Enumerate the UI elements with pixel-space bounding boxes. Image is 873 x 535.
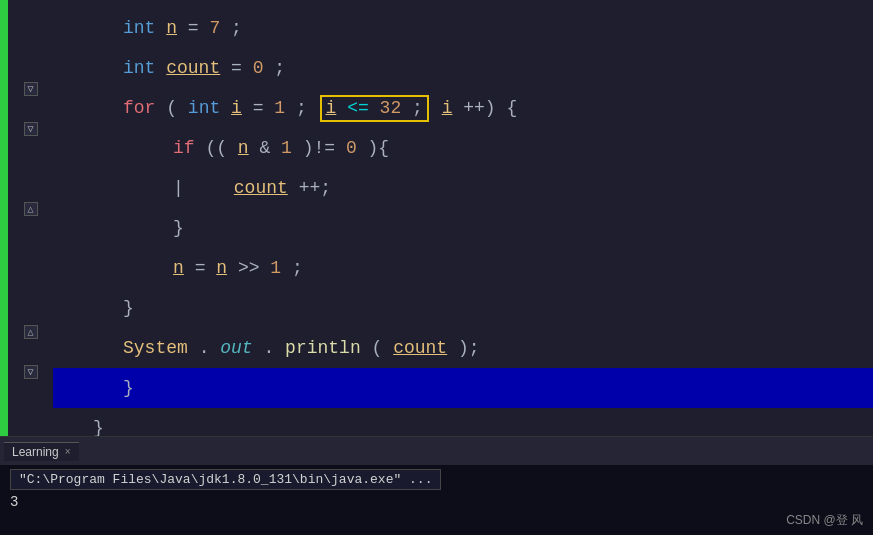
var-count3: count <box>393 338 447 358</box>
fold-icon-3[interactable]: △ <box>24 202 38 216</box>
terminal-footer: CSDN @登 风 <box>786 512 863 529</box>
num-1: 1 <box>274 98 285 118</box>
line-close-class: } <box>73 408 853 436</box>
condition-highlight: i <= 32 ; <box>320 95 429 122</box>
field-out: out <box>220 338 252 358</box>
fold-icon-5[interactable]: ▽ <box>24 365 38 379</box>
num-1c: 1 <box>270 258 281 278</box>
line-for: for ( int i = 1 ; i <= 32 ; i ++) <box>73 88 853 128</box>
var-n3: n <box>173 258 184 278</box>
line-close-method: } <box>53 368 873 408</box>
num-32: 32 <box>380 98 402 118</box>
terminal-area: Learning × "C:\Program Files\Java\jdk1.8… <box>0 436 873 535</box>
num-7: 7 <box>209 18 220 38</box>
gutter-bar <box>0 0 8 436</box>
var-count: count <box>166 58 220 78</box>
fold-icon-1[interactable]: ▽ <box>24 82 38 96</box>
keyword-if: if <box>173 138 195 158</box>
semicolon: ; <box>412 98 423 118</box>
line-n-shift: n = n >> 1 ; <box>73 248 853 288</box>
var-count2: count <box>234 178 288 198</box>
keyword-int2: int <box>123 58 155 78</box>
keyword-for: for <box>123 98 155 118</box>
var-n: n <box>166 18 177 38</box>
fold-icon-2[interactable]: ▽ <box>24 122 38 136</box>
line-if: if (( n & 1 )!= 0 ){ <box>73 128 853 168</box>
method-println: println <box>285 338 361 358</box>
line-system-out: System . out . println ( count ); <box>73 328 853 368</box>
var-i: i <box>231 98 242 118</box>
line-close-for: } <box>73 288 853 328</box>
fold-gutter: ▽ ▽ △ △ ▽ <box>8 0 53 436</box>
keyword-int3: int <box>188 98 220 118</box>
var-n4: n <box>216 258 227 278</box>
terminal-command: "C:\Program Files\Java\jdk1.8.0_131\bin\… <box>10 469 441 490</box>
terminal-output: 3 <box>10 494 863 510</box>
editor-container: ▽ ▽ △ △ ▽ int n = 7 ; in <box>0 0 873 535</box>
code-area: ▽ ▽ △ △ ▽ int n = 7 ; in <box>0 0 873 436</box>
num-0b: 0 <box>346 138 357 158</box>
terminal-tabs: Learning × <box>0 437 873 465</box>
line-close-if: } <box>73 208 853 248</box>
terminal-body: "C:\Program Files\Java\jdk1.8.0_131\bin\… <box>0 465 873 535</box>
var-n2: n <box>238 138 249 158</box>
keyword-int: int <box>123 18 155 38</box>
code-content: int n = 7 ; int count = 0 ; <box>53 0 873 436</box>
terminal-tab-learning[interactable]: Learning × <box>4 442 79 461</box>
line-count-pp: | count ++; <box>73 168 853 208</box>
line-int-n: int n = 7 ; <box>73 8 853 48</box>
terminal-tab-close[interactable]: × <box>65 446 71 457</box>
num-0: 0 <box>253 58 264 78</box>
operator-lte: <= <box>347 98 369 118</box>
var-i2: i <box>326 98 337 118</box>
line-int-count: int count = 0 ; <box>73 48 853 88</box>
num-1b: 1 <box>281 138 292 158</box>
terminal-tab-label: Learning <box>12 445 59 459</box>
fold-icon-4[interactable]: △ <box>24 325 38 339</box>
